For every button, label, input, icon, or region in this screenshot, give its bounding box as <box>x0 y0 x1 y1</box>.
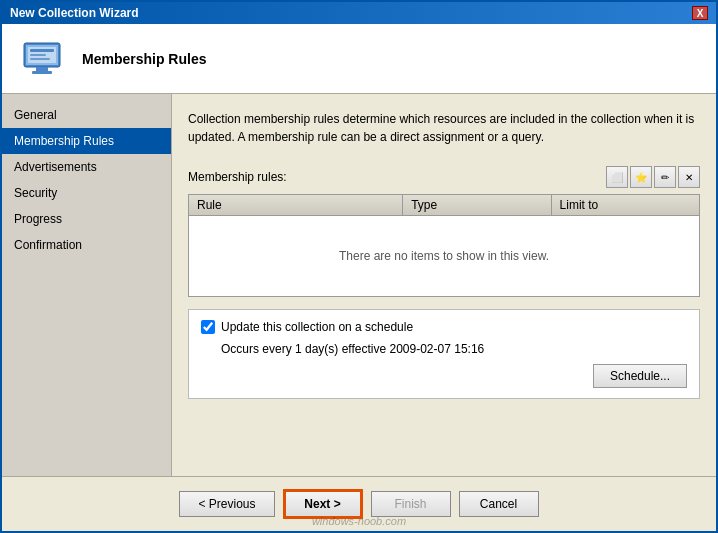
add-icon: ⬜ <box>611 172 623 183</box>
wizard-header-title: Membership Rules <box>82 51 206 67</box>
svg-rect-7 <box>30 58 50 60</box>
svg-rect-2 <box>36 67 48 71</box>
window-title: New Collection Wizard <box>10 6 139 20</box>
wizard-header: Membership Rules <box>2 24 716 94</box>
sidebar-item-membership-rules[interactable]: Membership Rules <box>2 128 171 154</box>
sidebar-item-confirmation[interactable]: Confirmation <box>2 232 171 258</box>
svg-rect-3 <box>32 71 52 74</box>
description-text: Collection membership rules determine wh… <box>188 110 700 146</box>
column-limitto: Limit to <box>552 195 699 215</box>
sidebar-item-security[interactable]: Security <box>2 180 171 206</box>
rules-toolbar: Membership rules: ⬜ ⭐ ✏ ✕ <box>188 166 700 188</box>
toolbar-btn-star[interactable]: ⭐ <box>630 166 652 188</box>
title-bar: New Collection Wizard X <box>2 2 716 24</box>
rules-table: Rule Type Limit to There are no items to… <box>188 194 700 297</box>
membership-rules-section: Membership rules: ⬜ ⭐ ✏ ✕ <box>188 166 700 297</box>
delete-icon: ✕ <box>685 172 693 183</box>
sidebar-item-general[interactable]: General <box>2 102 171 128</box>
sidebar-item-progress[interactable]: Progress <box>2 206 171 232</box>
membership-rules-label: Membership rules: <box>188 170 287 184</box>
cancel-button[interactable]: Cancel <box>459 491 539 517</box>
watermark: windows-noob.com <box>312 515 406 527</box>
schedule-button[interactable]: Schedule... <box>593 364 687 388</box>
schedule-info: Occurs every 1 day(s) effective 2009-02-… <box>221 342 687 356</box>
toolbar-btn-add[interactable]: ⬜ <box>606 166 628 188</box>
finish-button[interactable]: Finish <box>371 491 451 517</box>
schedule-checkbox-row: Update this collection on a schedule <box>201 320 687 334</box>
schedule-label[interactable]: Update this collection on a schedule <box>221 320 413 334</box>
empty-message: There are no items to show in this view. <box>339 249 549 263</box>
rules-toolbar-buttons: ⬜ ⭐ ✏ ✕ <box>606 166 700 188</box>
schedule-checkbox[interactable] <box>201 320 215 334</box>
wizard-body: General Membership Rules Advertisements … <box>2 94 716 476</box>
wizard-window: New Collection Wizard X Membership Rules <box>0 0 718 533</box>
close-button[interactable]: X <box>692 6 708 20</box>
rules-table-body: There are no items to show in this view. <box>189 216 699 296</box>
wizard-icon <box>18 35 66 83</box>
svg-rect-6 <box>30 54 46 56</box>
sidebar: General Membership Rules Advertisements … <box>2 94 172 476</box>
schedule-section: Update this collection on a schedule Occ… <box>188 309 700 399</box>
sidebar-item-advertisements[interactable]: Advertisements <box>2 154 171 180</box>
rules-table-header: Rule Type Limit to <box>189 195 699 216</box>
svg-rect-5 <box>30 49 54 52</box>
schedule-btn-row: Schedule... <box>201 364 687 388</box>
main-content: Collection membership rules determine wh… <box>172 94 716 476</box>
column-rule: Rule <box>189 195 403 215</box>
edit-icon: ✏ <box>661 172 669 183</box>
star-icon: ⭐ <box>635 172 647 183</box>
toolbar-btn-delete[interactable]: ✕ <box>678 166 700 188</box>
toolbar-btn-edit[interactable]: ✏ <box>654 166 676 188</box>
wizard-footer: < Previous Next > Finish Cancel windows-… <box>2 476 716 531</box>
previous-button[interactable]: < Previous <box>179 491 274 517</box>
column-type: Type <box>403 195 551 215</box>
